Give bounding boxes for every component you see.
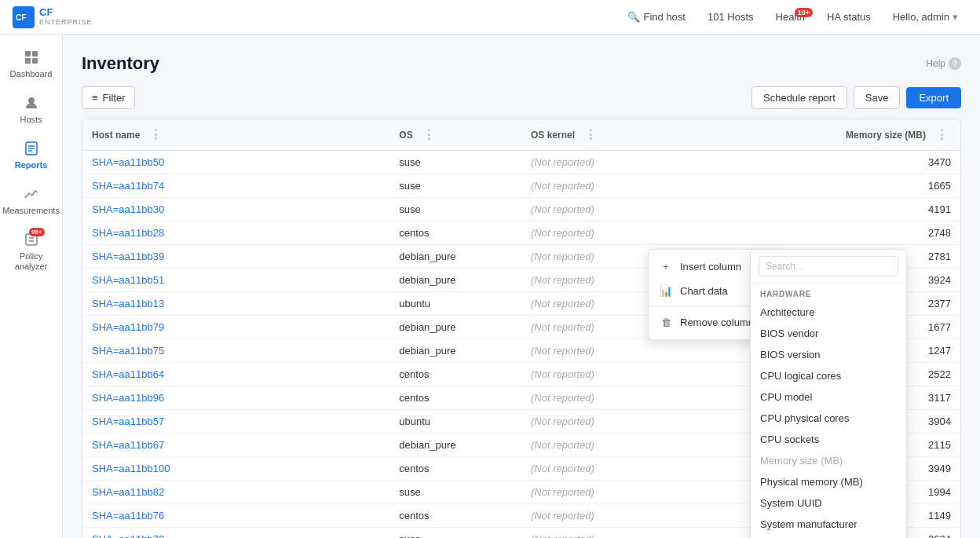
ha-status-link[interactable]: HA status <box>817 6 880 27</box>
hosts-icon <box>23 94 40 112</box>
user-menu[interactable]: Hello, admin ▾ <box>883 6 967 27</box>
sidebar-item-measurements[interactable]: Measurements <box>0 178 62 223</box>
host-link[interactable]: SHA=aa11bb74 <box>92 180 164 192</box>
host-link[interactable]: SHA=aa11bb79 <box>92 321 164 333</box>
col-picker-item[interactable]: CPU sockets <box>751 429 906 450</box>
host-link[interactable]: SHA=aa11bb100 <box>92 463 170 474</box>
cell-kernel: (Not reported) <box>521 174 784 198</box>
toolbar-right: Schedule report Save Export <box>751 86 961 109</box>
health-link[interactable]: Health 10+ <box>766 6 815 27</box>
sidebar: Dashboard Hosts Reports Measurements 99+… <box>0 35 63 538</box>
col-hostname-menu[interactable]: ⋮ <box>146 126 165 144</box>
chevron-down-icon: ▾ <box>953 11 958 23</box>
col-picker-list: HARDWARE ArchitectureBIOS vendorBIOS ver… <box>751 284 906 538</box>
host-link[interactable]: SHA=aa11bb82 <box>92 486 164 498</box>
chart-icon: 📊 <box>660 285 672 297</box>
host-link[interactable]: SHA=aa11bb96 <box>92 392 164 404</box>
col-memory-menu[interactable]: ⋮ <box>932 126 951 144</box>
sidebar-item-hosts[interactable]: Hosts <box>0 86 62 132</box>
filter-icon: ≡ <box>92 92 98 104</box>
cell-os: suse <box>389 174 521 198</box>
find-host-link[interactable]: 🔍 Find host <box>618 6 694 27</box>
table-row: SHA=aa11bb74 suse (Not reported) 1665 <box>82 174 960 198</box>
col-picker-item[interactable]: Physical memory (MB) <box>751 471 906 492</box>
sidebar-item-dashboard[interactable]: Dashboard <box>0 41 62 86</box>
logo[interactable]: CF CF ENTERPRISE <box>13 6 93 28</box>
col-picker-item[interactable]: CPU physical cores <box>751 408 906 429</box>
cell-kernel: (Not reported) <box>521 198 784 221</box>
table-header: Host name ⋮ OS ⋮ OS kernel ⋮ <box>82 119 960 151</box>
host-link[interactable]: SHA=aa11bb70 <box>92 533 164 538</box>
plus-icon: + <box>660 261 672 273</box>
filter-label: Filter <box>103 92 126 104</box>
topnav-links: 🔍 Find host 101 Hosts Health 10+ HA stat… <box>618 6 967 27</box>
cell-memory: 1665 <box>784 174 960 198</box>
cell-kernel: (Not reported) <box>521 481 784 504</box>
host-link[interactable]: SHA=aa11bb64 <box>92 368 164 380</box>
cell-os: suse <box>389 481 521 504</box>
col-picker-item[interactable]: BIOS version <box>751 344 906 365</box>
col-os-menu[interactable]: ⋮ <box>419 126 438 144</box>
cell-kernel: (Not reported) <box>521 434 784 457</box>
cell-hostname: SHA=aa11bb39 <box>82 245 389 269</box>
logo-engine: ENTERPRISE <box>39 19 93 27</box>
cell-os: debian_pure <box>389 339 521 363</box>
col-picker-item[interactable]: BIOS vendor <box>751 323 906 344</box>
col-header-os: OS ⋮ <box>389 119 521 151</box>
col-picker-items: ArchitectureBIOS vendorBIOS versionCPU l… <box>751 302 906 538</box>
svg-rect-2 <box>25 51 31 57</box>
host-link[interactable]: SHA=aa11bb30 <box>92 203 164 215</box>
filter-button[interactable]: ≡ Filter <box>82 86 135 109</box>
cell-memory: 4191 <box>784 198 960 221</box>
host-link[interactable]: SHA=aa11bb50 <box>92 156 164 168</box>
hosts-count-link[interactable]: 101 Hosts <box>698 6 763 27</box>
cell-memory: 3470 <box>784 151 960 174</box>
cell-hostname: SHA=aa11bb67 <box>82 434 389 457</box>
host-link[interactable]: SHA=aa11bb39 <box>92 251 164 262</box>
col-picker-item[interactable]: System UUID <box>751 492 906 514</box>
schedule-report-button[interactable]: Schedule report <box>751 86 847 109</box>
reports-icon <box>23 140 40 157</box>
logo-icon: CF <box>13 6 35 28</box>
cell-os: ubuntu <box>389 410 521 434</box>
host-link[interactable]: SHA=aa11bb67 <box>92 439 164 451</box>
col-picker-item[interactable]: Architecture <box>751 302 906 323</box>
cell-kernel: (Not reported) <box>521 363 784 386</box>
col-picker-item[interactable]: CPU model <box>751 386 906 408</box>
cell-hostname: SHA=aa11bb96 <box>82 386 389 410</box>
col-kernel-menu[interactable]: ⋮ <box>581 126 600 144</box>
help-link[interactable]: Help ? <box>926 57 961 70</box>
col-picker-item[interactable]: System manufacturer <box>751 514 906 535</box>
host-link[interactable]: SHA=aa11bb57 <box>92 415 164 427</box>
export-button[interactable]: Export <box>906 87 961 108</box>
col-picker-search-input[interactable] <box>759 256 898 276</box>
sidebar-item-policy-analyzer[interactable]: 99+ Policy analyzer <box>0 223 62 280</box>
cell-hostname: SHA=aa11bb13 <box>82 292 389 316</box>
host-link[interactable]: SHA=aa11bb28 <box>92 227 164 239</box>
host-link[interactable]: SHA=aa11bb75 <box>92 345 164 357</box>
col-picker-item[interactable]: Memory size (MB) <box>751 450 906 471</box>
table-row: SHA=aa11bb28 centos (Not reported) 2748 <box>82 221 960 245</box>
sidebar-label-reports: Reports <box>15 160 48 170</box>
host-link[interactable]: SHA=aa11bb51 <box>92 274 164 286</box>
cell-hostname: SHA=aa11bb70 <box>82 528 389 539</box>
sidebar-label-measurements: Measurements <box>2 206 60 215</box>
cell-os: centos <box>389 363 521 386</box>
col-picker-item[interactable]: System product name <box>751 535 906 538</box>
host-link[interactable]: SHA=aa11bb76 <box>92 510 164 522</box>
col-section-hardware: HARDWARE <box>751 284 906 302</box>
save-button[interactable]: Save <box>854 86 901 109</box>
policy-icon: 99+ <box>23 231 40 248</box>
page-title: Inventory <box>82 53 159 74</box>
sidebar-label-hosts: Hosts <box>20 115 42 124</box>
cell-os: ubuntu <box>389 292 521 316</box>
col-os-label: OS <box>399 130 412 141</box>
cell-os: debian_pure <box>389 245 521 269</box>
col-picker-item[interactable]: CPU logical cores <box>751 365 906 386</box>
inventory-table-wrapper: Host name ⋮ OS ⋮ OS kernel ⋮ <box>82 119 961 538</box>
col-picker-search-area <box>751 250 906 284</box>
hosts-count-label: 101 Hosts <box>708 11 754 23</box>
sidebar-item-reports[interactable]: Reports <box>0 132 62 178</box>
cell-os: centos <box>389 457 521 481</box>
host-link[interactable]: SHA=aa11bb13 <box>92 298 164 309</box>
